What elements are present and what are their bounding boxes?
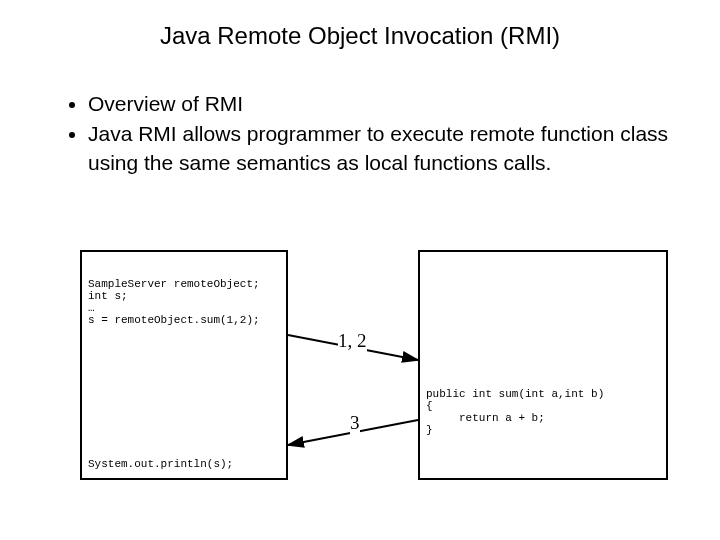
client-code-top: SampleServer remoteObject; int s; … s = … <box>88 278 260 326</box>
slide-title: Java Remote Object Invocation (RMI) <box>0 22 720 50</box>
arrow-label-response: 3 <box>350 412 360 434</box>
bullet-list: Overview of RMI Java RMI allows programm… <box>48 90 720 177</box>
server-code: public int sum(int a,int b) { return a +… <box>426 388 604 436</box>
bullet-item: Java RMI allows programmer to execute re… <box>88 120 720 177</box>
client-code-bottom: System.out.println(s); <box>88 458 233 470</box>
arrow-label-request: 1, 2 <box>338 330 367 352</box>
server-box <box>418 250 668 480</box>
bullet-item: Overview of RMI <box>88 90 720 118</box>
